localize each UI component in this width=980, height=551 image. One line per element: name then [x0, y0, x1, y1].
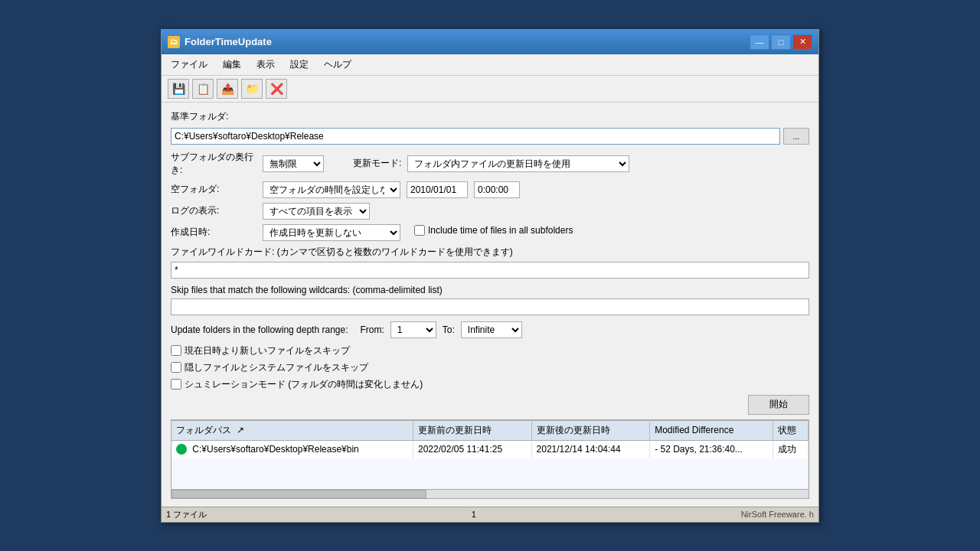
- cell-path: C:¥Users¥softaro¥Desktop¥Release¥bin: [172, 440, 413, 458]
- from-label: From:: [361, 324, 384, 335]
- checkbox1[interactable]: [171, 345, 181, 356]
- menubar: ファイル 編集 表示 設定 ヘルプ: [162, 54, 818, 76]
- window-title: FolderTimeUpdate: [185, 36, 272, 47]
- cell-before: 2022/02/05 11:41:25: [413, 440, 532, 458]
- checkbox2-label: 隠しファイルとシステムファイルをスキップ: [185, 361, 368, 374]
- wildcard-input[interactable]: [171, 262, 809, 279]
- wildcard-section: ファイルワイルドカード: (カンマで区切ると複数のワイルドカードを使用できます): [171, 246, 809, 279]
- minimize-button[interactable]: —: [750, 34, 769, 50]
- menu-settings[interactable]: 設定: [284, 56, 315, 73]
- menu-edit[interactable]: 編集: [217, 56, 247, 73]
- titlebar-controls: — □ ✕: [750, 34, 812, 50]
- status-dot: [176, 444, 187, 455]
- creation-select[interactable]: 作成日時を更新しない: [263, 224, 400, 241]
- col-path: フォルダパス ↗: [172, 420, 413, 440]
- status-page: 1: [472, 510, 476, 519]
- checkbox2[interactable]: [171, 362, 181, 373]
- empty-folder-label: 空フォルダ:: [171, 183, 263, 196]
- to-label: To:: [443, 324, 455, 335]
- depth-row: Update folders in the following depth ra…: [171, 321, 809, 338]
- log-label: ログの表示:: [171, 204, 263, 217]
- path-row: ...: [171, 128, 809, 145]
- base-folder-label: 基準フォルダ:: [171, 110, 263, 123]
- from-select[interactable]: 1: [390, 321, 436, 338]
- results-container: フォルダパス ↗ 更新前の更新日時 更新後の更新日時 Modified Diff…: [171, 419, 809, 499]
- wildcard-label: ファイルワイルドカード: (カンマで区切ると複数のワイルドカードを使用できます): [171, 246, 809, 259]
- status-bar: 1 ファイル 1 NirSoft Freeware. h: [162, 507, 818, 522]
- start-btn-row: 開始: [171, 395, 809, 415]
- horizontal-scrollbar[interactable]: [172, 489, 808, 498]
- toolbar-export[interactable]: 📤: [217, 79, 238, 99]
- empty-time-input[interactable]: [474, 181, 520, 198]
- include-time-checkbox[interactable]: [414, 225, 425, 236]
- menu-view[interactable]: 表示: [250, 56, 281, 73]
- col-status: 状態: [773, 420, 808, 440]
- table-header: フォルダパス ↗ 更新前の更新日時 更新後の更新日時 Modified Diff…: [172, 420, 808, 440]
- checkbox1-label: 現在日時より新しいファイルをスキップ: [185, 344, 350, 357]
- checkbox3-row[interactable]: シュミレーションモード (フォルダの時間は変化しません): [171, 378, 809, 391]
- toolbar-exit[interactable]: ❌: [266, 79, 287, 99]
- start-button[interactable]: 開始: [748, 395, 809, 415]
- to-select[interactable]: Infinite: [461, 321, 522, 338]
- depth-label: Update folders in the following depth ra…: [171, 324, 348, 335]
- skip-input[interactable]: [171, 298, 809, 315]
- subfolder-update-row: サブフォルダの奥行き: 無制限 更新モード: フォルダ内ファイルの更新日時を使用: [171, 151, 809, 177]
- update-mode-select[interactable]: フォルダ内ファイルの更新日時を使用: [407, 155, 629, 172]
- checkbox2-row[interactable]: 隠しファイルとシステムファイルをスキップ: [171, 361, 809, 374]
- app-icon: 🗂: [168, 36, 180, 48]
- empty-folder-group: 空フォルダの時間を設定しない: [263, 181, 520, 198]
- col-before: 更新前の更新日時: [413, 420, 532, 440]
- col-diff: Modified Difference: [650, 420, 773, 440]
- cell-diff: - 52 Days, 21:36:40...: [650, 440, 773, 458]
- menu-help[interactable]: ヘルプ: [318, 56, 358, 73]
- empty-date-input[interactable]: [407, 181, 468, 198]
- base-folder-input[interactable]: [171, 128, 780, 145]
- status-right: NirSoft Freeware. h: [741, 510, 814, 519]
- skip-section: Skip files that match the following wild…: [171, 285, 809, 315]
- toolbar-save[interactable]: 💾: [168, 79, 189, 99]
- log-select[interactable]: すべての項目を表示: [263, 203, 370, 220]
- checkbox3-label: シュミレーションモード (フォルダの時間は変化しません): [185, 378, 423, 391]
- maximize-button[interactable]: □: [771, 34, 791, 50]
- checkbox3[interactable]: [171, 379, 181, 390]
- subfolder-label: サブフォルダの奥行き:: [171, 151, 263, 177]
- table-row-empty: [172, 458, 808, 489]
- creation-label: 作成日時:: [171, 226, 263, 239]
- toolbar-open[interactable]: 📁: [241, 79, 263, 99]
- empty-folder-row: 空フォルダ: 空フォルダの時間を設定しない: [171, 181, 809, 198]
- titlebar: 🗂 FolderTimeUpdate — □ ✕: [162, 30, 818, 54]
- scroll-thumb[interactable]: [172, 490, 426, 498]
- cell-status: 成功: [773, 440, 808, 458]
- skip-label: Skip files that match the following wild…: [171, 285, 809, 295]
- main-window: 🗂 FolderTimeUpdate — □ ✕ ファイル 編集 表示 設定 ヘ…: [161, 29, 819, 523]
- menu-file[interactable]: ファイル: [165, 56, 214, 73]
- update-mode-label: 更新モード:: [353, 157, 401, 170]
- table-row: C:¥Users¥softaro¥Desktop¥Release¥bin 202…: [172, 440, 808, 458]
- main-content: 基準フォルダ: ... サブフォルダの奥行き: 無制限 更新モード: フォルダ内…: [162, 103, 818, 507]
- subfolder-group: 無制限 更新モード: フォルダ内ファイルの更新日時を使用: [263, 155, 629, 172]
- subfolder-select[interactable]: 無制限: [263, 155, 324, 172]
- col-after: 更新後の更新日時: [531, 420, 650, 440]
- creation-row: 作成日時: 作成日時を更新しない Include time of files i…: [171, 224, 809, 241]
- cell-after: 2021/12/14 14:04:44: [531, 440, 650, 458]
- base-folder-row: 基準フォルダ:: [171, 110, 809, 123]
- toolbar-copy[interactable]: 📋: [192, 79, 214, 99]
- results-table: フォルダパス ↗ 更新前の更新日時 更新後の更新日時 Modified Diff…: [172, 420, 808, 489]
- close-button[interactable]: ✕: [792, 34, 812, 50]
- creation-group: 作成日時を更新しない Include time of files in all …: [263, 224, 573, 241]
- checkbox1-row[interactable]: 現在日時より新しいファイルをスキップ: [171, 344, 809, 357]
- log-row: ログの表示: すべての項目を表示: [171, 203, 809, 220]
- table-body: C:¥Users¥softaro¥Desktop¥Release¥bin 202…: [172, 440, 808, 489]
- toolbar: 💾 📋 📤 📁 ❌: [162, 76, 818, 103]
- status-file-count: 1 ファイル: [166, 509, 207, 520]
- browse-button[interactable]: ...: [783, 128, 809, 145]
- include-time-label[interactable]: Include time of files in all subfolders: [414, 225, 573, 236]
- empty-folder-select[interactable]: 空フォルダの時間を設定しない: [263, 181, 400, 198]
- titlebar-left: 🗂 FolderTimeUpdate: [168, 36, 272, 48]
- include-time-text: Include time of files in all subfolders: [428, 225, 573, 236]
